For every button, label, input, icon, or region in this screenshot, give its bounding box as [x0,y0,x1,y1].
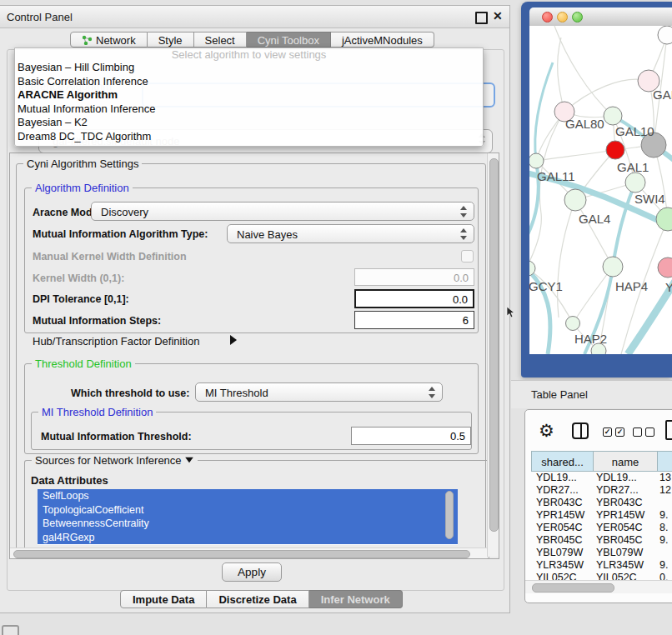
node-label-gcy1: GCY1 [529,279,563,293]
split-columns-icon[interactable] [572,422,589,439]
combo-arrows-icon [460,206,468,218]
tab-style[interactable]: Style [148,32,194,48]
which-threshold-combobox[interactable]: MI Threshold [195,382,443,402]
dropdown-item-aracne[interactable]: ARACNE Algorithm [15,88,483,102]
mi-steps-field[interactable]: 6 [354,311,474,329]
horizontal-scrollbar[interactable] [10,548,487,558]
table-row[interactable]: YBR045CYBR045C9. [531,534,672,547]
tab-infer-network[interactable]: Infer Network [309,590,403,608]
mi-threshold-label: Mutual Information Threshold: [41,431,192,442]
column-header-partial[interactable] [657,451,672,472]
list-item[interactable]: TopologicalCoefficient [38,503,458,518]
node[interactable] [658,258,672,278]
mi-algorithm-type-label: Mutual Information Algorithm Type: [33,228,208,240]
settings-group-title: Cyni Algorithm Settings [23,158,142,170]
tab-jactivemnodules[interactable]: jActiveMNodules [331,32,434,48]
column-header-name[interactable]: name [593,451,657,472]
kernel-width-label: Kernel Width (0,1): [33,272,124,284]
algorithm-definition-title: Algorithm Definition [32,182,133,194]
node-label-gal10: GAL10 [615,124,654,138]
close-icon[interactable]: ✕ [493,9,503,22]
minimize-window-icon[interactable] [557,12,568,22]
dpi-tolerance-field[interactable]: 0.0 [354,289,474,308]
node-label-gal1: GAL1 [617,160,649,174]
node-label-gal80: GAL80 [565,117,604,131]
mi-steps-label: Mutual Information Steps: [33,315,161,327]
table-row[interactable]: YPR145WYPR145W9. [531,509,672,522]
close-window-icon[interactable] [542,12,553,22]
control-panel-window: Control Panel ✕ Network Style Select Cyn… [0,5,510,613]
screen: Control Panel ✕ Network Style Select Cyn… [0,0,672,635]
dropdown-item[interactable]: Mutual Information Inference [15,102,483,117]
apply-button[interactable]: Apply [222,562,282,582]
node-swi4[interactable] [656,208,672,231]
control-panel-title: Control Panel [7,11,73,23]
tab-discretize-data[interactable]: Discretize Data [207,590,308,608]
tab-cyni-toolbox[interactable]: Cyni Toolbox [247,32,331,48]
list-scrollbar[interactable] [445,491,454,541]
network-window-titlebar[interactable] [529,8,672,27]
table-horizontal-scrollbar[interactable] [525,580,672,593]
dropdown-placeholder: Select algorithm to view settings [15,48,483,61]
tab-impute-data[interactable]: Impute Data [120,590,207,608]
control-panel-titlebar[interactable]: Control Panel ✕ [0,6,509,28]
node[interactable] [658,26,672,44]
tab-select[interactable]: Select [194,32,247,48]
node-hap2[interactable] [566,317,580,331]
list-item[interactable]: BetweennessCentrality [38,517,458,531]
new-table-icon[interactable] [665,420,672,440]
dropdown-item[interactable]: Basic Correlation Inference [15,75,483,89]
bottom-tabbar: Impute Data Discretize Data Infer Networ… [120,590,403,608]
node-hap4[interactable] [603,257,623,277]
table-panel-titlebar: Table Panel [511,380,672,408]
aracne-mode-combobox[interactable]: Discovery [91,202,474,221]
control-panel-tabbar: Network Style Select Cyni Toolbox jActiv… [70,32,434,49]
manual-kernel-checkbox[interactable] [461,250,474,262]
zoom-window-icon[interactable] [572,12,583,22]
mi-threshold-field[interactable]: 0.5 [351,427,471,445]
node-gal11[interactable] [529,153,544,168]
network-view-window: GAL GAL80 GAL10 GAL1 GAL11 SWI4 GAL4 GCY… [521,2,672,378]
node-gal10[interactable] [604,107,622,125]
table-row[interactable]: YBR043CYBR043C [531,497,672,509]
mouse-cursor [507,307,515,318]
mi-algorithm-type-combobox[interactable]: Naive Bayes [227,224,474,243]
combo-arrows-icon [429,387,436,398]
table-row[interactable]: YDL19...YDL19...13 [531,472,672,484]
node-label: GAL [653,88,672,102]
tab-network-label: Network [96,34,136,47]
node-label: Y [665,280,672,294]
kernel-width-field[interactable]: 0.0 [354,268,474,286]
node[interactable] [625,172,645,192]
float-window-icon[interactable] [475,12,488,24]
which-threshold-label: Which threshold to use: [71,388,189,399]
dropdown-item[interactable]: Bayesian – K2 [15,116,483,130]
dropdown-item[interactable]: Dream8 DC_TDC Algorithm [15,130,483,144]
table-row[interactable]: YDR27...YDR27...12 [531,484,672,497]
table-row[interactable]: YBL079WYBL079W [531,547,672,559]
node-gal4[interactable] [564,189,586,211]
settings-scrollpane: Cyni Algorithm Settings Algorithm Defini… [9,152,499,559]
vertical-scrollbar[interactable] [487,153,499,557]
column-header-shared-name[interactable]: shared... [531,451,593,472]
gear-icon[interactable]: ⚙ [539,421,554,441]
node-gal1-selected[interactable] [606,141,624,159]
data-attributes-label: Data Attributes [31,474,108,487]
network-canvas[interactable]: GAL GAL80 GAL10 GAL1 GAL11 SWI4 GAL4 GCY… [529,26,672,354]
tab-network[interactable]: Network [70,32,148,48]
collapse-arrow-icon[interactable] [185,458,193,462]
network-icon [82,35,93,45]
algorithm-dropdown-list: Select algorithm to view settings Bayesi… [14,48,484,147]
data-attributes-list: SelfLoops TopologicalCoefficient Between… [38,489,458,545]
minimized-window-icon[interactable] [2,625,19,635]
list-item[interactable]: gal4RGexp [38,531,458,545]
table-row[interactable]: YER054CYER054C8. [531,522,672,534]
dropdown-item[interactable]: Bayesian – Hill Climbing [15,61,483,75]
node-label-hap4: HAP4 [615,279,648,293]
table-header-row: shared... name [531,451,672,472]
expand-arrow-icon[interactable] [230,335,237,345]
table-panel-title: Table Panel [531,388,588,401]
table-row[interactable]: YLR345WYLR345W9. [531,559,672,572]
list-item[interactable]: SelfLoops [38,489,458,503]
node-label-hap2: HAP2 [574,332,607,346]
